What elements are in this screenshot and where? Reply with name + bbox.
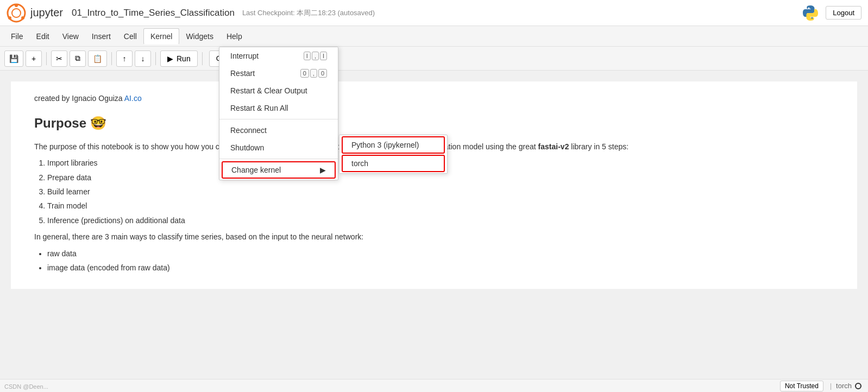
torch-kernel-item[interactable]: torch — [342, 155, 445, 172]
restart-kbd: 0,0 — [300, 69, 327, 78]
change-kernel-item[interactable]: Change kernel ▶ — [222, 161, 336, 179]
interrupt-item[interactable]: Interrupt I,I — [219, 47, 338, 65]
restart-clear-item[interactable]: Restart & Clear Output — [219, 82, 338, 99]
restart-run-all-item[interactable]: Restart & Run All — [219, 99, 338, 117]
restart-item[interactable]: Restart 0,0 — [219, 65, 338, 82]
reconnect-item[interactable]: Reconnect — [219, 122, 338, 139]
change-kernel-submenu: Python 3 (ipykernel) torch — [339, 135, 448, 174]
submenu-arrow: ▶ — [320, 166, 326, 174]
interrupt-kbd: I,I — [304, 52, 327, 60]
python3-kernel-item[interactable]: Python 3 (ipykernel) — [342, 136, 445, 154]
kernel-dropdown: Interrupt I,I Restart 0,0 Restart & Clea… — [219, 47, 338, 180]
menu-separator-2 — [219, 159, 338, 159]
shutdown-item[interactable]: Shutdown — [219, 139, 338, 156]
menu-separator-1 — [219, 119, 338, 119]
